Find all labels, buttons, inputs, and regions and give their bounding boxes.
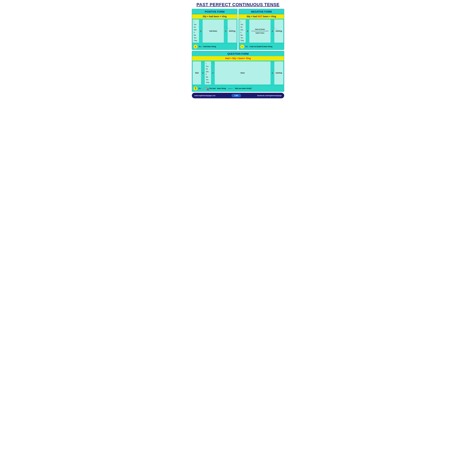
positive-plus-1: + bbox=[199, 19, 202, 43]
positive-example-text: I had been living. bbox=[203, 46, 216, 48]
question-arrow: ——→ bbox=[228, 87, 233, 90]
question-had-word: had bbox=[213, 87, 216, 89]
positive-form-box: POSITIVE FORM Sbj + had been + Ving I Yo… bbox=[192, 9, 238, 50]
page-title: PAST PERFECT CONTINUOUS TENSE bbox=[192, 1, 284, 9]
positive-header: POSITIVE FORM bbox=[192, 9, 237, 14]
negative-plus-1: + bbox=[246, 19, 249, 43]
question-plus-1: + bbox=[202, 61, 204, 85]
negative-form-box: NEGATIVE FORM Sbj + had NOT been + Ving … bbox=[238, 9, 284, 50]
positive-formula: Sbj + had been + Ving bbox=[192, 14, 237, 19]
question-been: been bbox=[215, 61, 271, 85]
top-row: POSITIVE FORM Sbj + had been + Ving I Yo… bbox=[192, 9, 284, 50]
question-ex-label: Ex: bbox=[199, 87, 201, 89]
negative-plus-2: + bbox=[271, 19, 274, 43]
negative-formula: Sbj + had NOT been + Ving bbox=[239, 14, 284, 19]
positive-ex-label: Ex: bbox=[199, 46, 202, 48]
footer-right: facebook.com/englishstudypage bbox=[257, 95, 282, 96]
positive-verb: had been bbox=[203, 19, 224, 43]
question-header: QUESTION FORM bbox=[192, 51, 284, 56]
negative-verb-col: had not been hadn't been bbox=[249, 19, 271, 43]
question-arrow-svg bbox=[202, 86, 209, 90]
negative-ending: starting bbox=[274, 19, 283, 43]
question-form-box: QUESTION FORM Had + Sbj + been+ Ving Had… bbox=[192, 51, 284, 92]
negative-subjects: I You He She It We You They bbox=[239, 19, 246, 43]
negative-formula-end: been + Ving bbox=[262, 15, 276, 18]
negative-formula-start: Sbj + had bbox=[247, 15, 258, 18]
question-result: Had you been living? bbox=[235, 87, 252, 89]
negative-content: I You He She It We You They + had not be… bbox=[239, 19, 284, 43]
question-sign: ? bbox=[193, 86, 198, 90]
positive-sign: + bbox=[193, 45, 198, 49]
positive-plus-2: + bbox=[224, 19, 227, 43]
question-had: Had bbox=[193, 61, 201, 85]
negative-not: NOT bbox=[258, 15, 262, 18]
question-arrow-area: You had bbox=[202, 86, 215, 90]
negative-header: NEGATIVE FORM bbox=[239, 9, 284, 14]
question-been-living: been living. bbox=[217, 87, 226, 89]
negative-example-text: I had not (hadn't) been living. bbox=[249, 46, 273, 48]
question-formula: Had + Sbj + been+ Ving bbox=[192, 56, 284, 61]
question-plus-3: + bbox=[271, 61, 274, 85]
positive-subjects: I You He She It We You They bbox=[193, 19, 199, 43]
positive-ending: starting bbox=[228, 19, 237, 43]
question-plus-2: + bbox=[211, 61, 214, 85]
footer-left: www.englishstudypage.com bbox=[194, 95, 215, 96]
negative-example-bar: - Ex: I had not (hadn't) been living. bbox=[239, 43, 284, 50]
question-ending: starting bbox=[274, 61, 283, 85]
question-subjects: I You He She It We You They bbox=[205, 61, 211, 85]
negative-verb-short: hadn't been bbox=[256, 32, 264, 34]
question-you: You bbox=[209, 87, 212, 89]
positive-content: I You He She It We You They + had been +… bbox=[192, 19, 237, 43]
negative-ex-label: Ex: bbox=[245, 46, 248, 48]
footer: www.englishstudypage.com Like facebook.c… bbox=[192, 93, 284, 98]
question-example-bar: ? Ex: You had been living. ——→ bbox=[192, 85, 284, 91]
like-button[interactable]: Like bbox=[232, 94, 241, 97]
negative-sign: - bbox=[240, 45, 244, 49]
question-content: Had + I You He She It We You They + been… bbox=[192, 61, 284, 85]
negative-verb-full: had not been bbox=[255, 28, 265, 30]
positive-example-bar: + Ex: I had been living. bbox=[192, 43, 237, 50]
